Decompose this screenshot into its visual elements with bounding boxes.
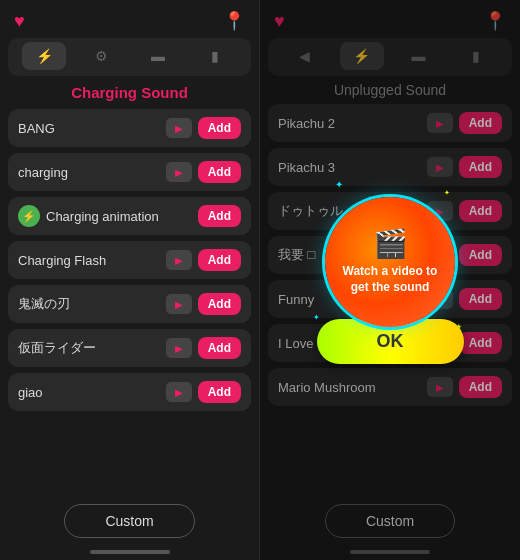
left-section-title: Charging Sound xyxy=(0,82,259,103)
play-charging-flash-button[interactable]: ▶ xyxy=(166,250,192,270)
list-item[interactable]: charging ▶ Add xyxy=(8,153,251,191)
left-tab-bar: ⚡ ⚙ ▬ ▮ xyxy=(8,38,251,76)
list-item[interactable]: BANG ▶ Add xyxy=(8,109,251,147)
add-charging-animation-button[interactable]: Add xyxy=(198,205,241,227)
add-giao-button[interactable]: Add xyxy=(198,381,241,403)
left-custom-button[interactable]: Custom xyxy=(64,504,194,538)
sound-name-charging-animation: ⚡ Charging animation xyxy=(18,205,198,227)
add-kimetsu-button[interactable]: Add xyxy=(198,293,241,315)
location-icon: 📍 xyxy=(223,10,245,32)
left-sound-list: BANG ▶ Add charging ▶ Add ⚡ Charging ani… xyxy=(0,109,259,494)
sound-name-bang: BANG xyxy=(18,121,166,136)
list-item[interactable]: Charging Flash ▶ Add xyxy=(8,241,251,279)
left-home-indicator xyxy=(90,550,170,554)
play-giao-button[interactable]: ▶ xyxy=(166,382,192,402)
add-charging-flash-button[interactable]: Add xyxy=(198,249,241,271)
clapperboard-icon: 🎬 xyxy=(373,227,408,260)
add-charging-button[interactable]: Add xyxy=(198,161,241,183)
dialog-bubble: ✦ ✦ ✦ ✦ 🎬 Watch a video to get the sound… xyxy=(290,197,490,364)
add-kamen-button[interactable]: Add xyxy=(198,337,241,359)
add-bang-button[interactable]: Add xyxy=(198,117,241,139)
heart-icon: ♥ xyxy=(14,11,25,32)
list-item[interactable]: 鬼滅の刃 ▶ Add xyxy=(8,285,251,323)
sound-name-charging: charging xyxy=(18,165,166,180)
star-decor-2: ✦ xyxy=(444,189,450,197)
animation-icon: ⚡ xyxy=(18,205,40,227)
left-top-bar: ♥ 📍 xyxy=(0,0,259,38)
left-panel: ♥ 📍 ⚡ ⚙ ▬ ▮ Charging Sound BANG ▶ Add ch… xyxy=(0,0,260,560)
left-custom-container: Custom xyxy=(0,494,259,550)
tab-lightning[interactable]: ⚡ xyxy=(22,42,66,70)
star-decor-1: ✦ xyxy=(335,179,343,190)
list-item[interactable]: 仮面ライダー ▶ Add xyxy=(8,329,251,367)
sound-name-charging-flash: Charging Flash xyxy=(18,253,166,268)
watch-text: Watch a video to get the sound xyxy=(325,264,455,295)
tab-battery-half[interactable]: ▮ xyxy=(193,42,237,70)
sound-name-giao: giao xyxy=(18,385,166,400)
video-overlay: ✦ ✦ ✦ ✦ 🎬 Watch a video to get the sound… xyxy=(260,0,520,560)
play-bang-button[interactable]: ▶ xyxy=(166,118,192,138)
tab-battery-full[interactable]: ▬ xyxy=(136,42,180,70)
list-item[interactable]: ⚡ Charging animation Add xyxy=(8,197,251,235)
sound-name-kamen: 仮面ライダー xyxy=(18,339,166,357)
star-decor-3: ✦ xyxy=(313,313,320,322)
video-watch-circle[interactable]: 🎬 Watch a video to get the sound xyxy=(325,197,455,327)
tab-gear[interactable]: ⚙ xyxy=(79,42,123,70)
play-kimetsu-button[interactable]: ▶ xyxy=(166,294,192,314)
list-item[interactable]: giao ▶ Add xyxy=(8,373,251,411)
play-charging-button[interactable]: ▶ xyxy=(166,162,192,182)
play-kamen-button[interactable]: ▶ xyxy=(166,338,192,358)
right-panel: ♥ 📍 ◀ ⚡ ▬ ▮ Unplugged Sound Pikachu 2 ▶ … xyxy=(260,0,520,560)
sound-name-kimetsu: 鬼滅の刃 xyxy=(18,295,166,313)
